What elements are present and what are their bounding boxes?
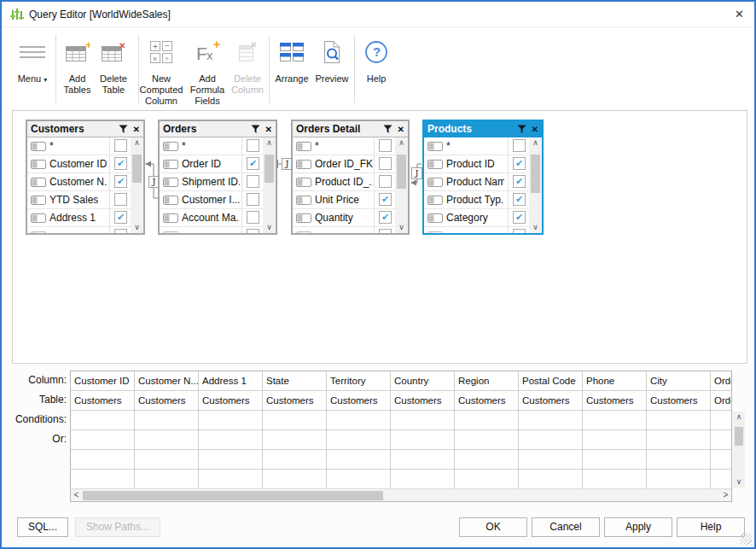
field-checkbox[interactable]: ✔ [114, 157, 127, 170]
scroll-down-icon[interactable]: ∨ [529, 222, 542, 233]
scroll-thumb[interactable] [735, 427, 743, 446]
field-row-partial[interactable] [160, 227, 276, 233]
panel-close-icon[interactable]: ✕ [398, 125, 404, 134]
grid-cell-table[interactable]: Customers [519, 391, 582, 411]
scroll-down-icon[interactable]: ∨ [131, 222, 143, 233]
field-row[interactable]: Account Ma... [160, 209, 276, 227]
field-checkbox[interactable]: ✔ [247, 157, 259, 170]
grid-cell-or[interactable] [71, 470, 134, 489]
field-checkbox[interactable] [379, 175, 392, 188]
field-row[interactable]: Address 1 ✔ [27, 209, 143, 227]
field-row[interactable]: Customer I... [160, 191, 276, 209]
scroll-thumb[interactable] [132, 155, 142, 183]
grid-cell-column[interactable]: Order [711, 371, 732, 391]
scroll-down-icon[interactable]: ∨ [395, 222, 408, 233]
grid-cell-condition[interactable] [71, 411, 134, 430]
grid-cell-table[interactable]: Customers [327, 391, 390, 411]
field-row[interactable]: Product Typ... ✔ [424, 191, 542, 209]
resize-grip[interactable] [741, 534, 752, 545]
window-close-icon[interactable]: ✕ [735, 8, 744, 20]
grid-cell-column[interactable]: Region [455, 371, 518, 391]
field-row[interactable]: Shipment ID... [160, 173, 276, 191]
filter-icon[interactable] [517, 125, 526, 134]
field-row[interactable]: Quantity ✔ [293, 209, 408, 227]
field-row[interactable]: Product Name ✔ [424, 173, 542, 191]
delete-table-button[interactable]: ✕ Delete Table [94, 35, 133, 96]
field-checkbox[interactable] [513, 139, 526, 152]
scroll-down-icon[interactable]: ∨ [263, 222, 276, 233]
scroll-up-icon[interactable]: ∧ [395, 137, 408, 149]
field-checkbox[interactable]: ✔ [379, 193, 392, 206]
field-row[interactable]: * [160, 137, 276, 155]
field-row[interactable]: Customer N... ✔ [27, 173, 143, 191]
grid-cell-column[interactable]: Country [391, 371, 454, 391]
panel-scrollbar[interactable]: ∧ ∨ [529, 137, 542, 233]
field-checkbox[interactable]: ✔ [379, 211, 392, 224]
scroll-thumb[interactable] [397, 155, 406, 189]
add-formula-fields-button[interactable]: F x + Add Formula Fields [188, 35, 227, 107]
field-checkbox[interactable] [247, 229, 259, 233]
grid-cell-column[interactable]: City [647, 371, 710, 391]
field-row[interactable]: * [27, 137, 143, 155]
scroll-thumb[interactable] [265, 155, 274, 183]
scroll-up-icon[interactable]: ∧ [529, 137, 542, 149]
filter-icon[interactable] [251, 125, 260, 134]
grid-cell-table[interactable]: Customers [455, 391, 518, 411]
field-row-partial[interactable] [424, 227, 542, 233]
field-checkbox[interactable] [114, 139, 127, 152]
field-checkbox[interactable] [247, 139, 259, 152]
new-computed-column-button[interactable]: + − × ÷ New Computed Column [137, 35, 186, 107]
field-row[interactable]: Customer ID ✔ [27, 155, 143, 173]
scroll-thumb[interactable] [531, 155, 540, 193]
sql-button[interactable]: SQL... [17, 517, 68, 537]
menu-button[interactable]: Menu ▾ [10, 35, 55, 85]
grid-cell-table[interactable]: Customers [199, 391, 262, 411]
panel-header-orders[interactable]: Orders ✕ [160, 121, 276, 137]
field-checkbox[interactable]: ✔ [513, 193, 526, 206]
field-checkbox[interactable] [114, 193, 127, 206]
field-checkbox[interactable] [379, 157, 392, 170]
grid-cell-table[interactable]: Customers [263, 391, 326, 411]
field-checkbox[interactable] [513, 229, 526, 233]
panel-close-icon[interactable]: ✕ [133, 125, 140, 134]
grid-cell-table[interactable]: Customers [391, 391, 454, 411]
help-button[interactable]: Help [677, 517, 745, 537]
grid-cell-column[interactable]: Customer ID [71, 371, 134, 391]
panel-header-products[interactable]: Products ✕ [424, 121, 542, 137]
field-checkbox[interactable] [247, 211, 259, 224]
scroll-right-icon[interactable]: > [720, 489, 731, 502]
panel-close-icon[interactable]: ✕ [265, 125, 272, 134]
join-label[interactable]: J [411, 167, 422, 179]
help-toolbar-button[interactable]: ? Help [358, 35, 395, 85]
apply-button[interactable]: Apply [604, 517, 672, 537]
scroll-up-icon[interactable]: ∧ [733, 412, 745, 423]
field-row[interactable]: Category ✔ [424, 209, 542, 227]
field-checkbox[interactable]: ✔ [114, 211, 127, 224]
grid-cell-column[interactable]: Territory [327, 371, 390, 391]
field-row[interactable]: * [424, 137, 542, 155]
field-row[interactable]: Order ID_FK1 [293, 155, 408, 173]
scroll-up-icon[interactable]: ∧ [131, 137, 143, 149]
grid-cell-or[interactable] [71, 450, 134, 470]
field-row[interactable]: Product ID_... [293, 173, 408, 191]
grid-cell-column[interactable]: Postal Code [519, 371, 582, 391]
scroll-down-icon[interactable]: ∨ [733, 476, 745, 488]
field-row[interactable]: Unit Price ✔ [293, 191, 408, 209]
grid-cell-table[interactable]: Customers [647, 391, 710, 411]
field-row[interactable]: Order ID ✔ [160, 155, 276, 173]
panel-scrollbar[interactable]: ∧ ∨ [263, 137, 276, 233]
field-checkbox[interactable] [247, 193, 259, 206]
field-checkbox[interactable] [379, 139, 392, 152]
panel-scrollbar[interactable]: ∧ ∨ [395, 137, 408, 233]
grid-cell-column[interactable]: State [263, 371, 326, 391]
grid-cell-column[interactable]: Phone [583, 371, 646, 391]
field-checkbox[interactable] [379, 229, 392, 233]
preview-button[interactable]: Preview [311, 35, 352, 85]
grid-cell-table[interactable]: Customers [71, 391, 134, 411]
grid-cell-table[interactable]: Customers [583, 391, 646, 411]
panel-scrollbar[interactable]: ∧ ∨ [131, 137, 143, 233]
grid-vertical-scrollbar[interactable]: ∧ ∨ [733, 412, 745, 488]
cancel-button[interactable]: Cancel [532, 517, 600, 537]
field-checkbox[interactable] [247, 175, 259, 188]
field-checkbox[interactable]: ✔ [513, 157, 526, 170]
